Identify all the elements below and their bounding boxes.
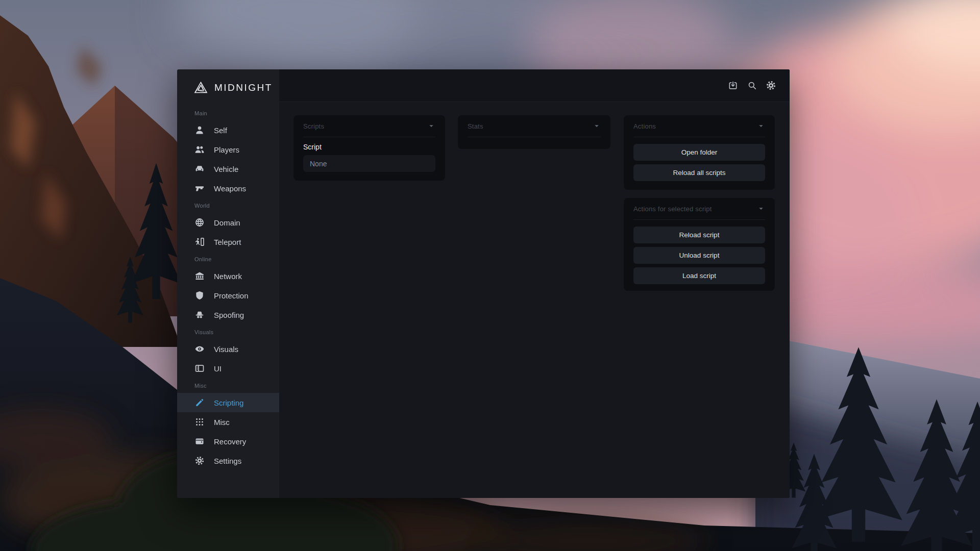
sidebar-item-misc[interactable]: Misc (177, 412, 279, 432)
run-door-icon (194, 237, 205, 247)
sidebar-item-weapons[interactable]: Weapons (177, 179, 279, 198)
divider (633, 137, 765, 137)
sidebar-item-settings[interactable]: Settings (177, 451, 279, 470)
divider (468, 137, 601, 137)
content-area: Scripts Script None Stats Actions (279, 102, 790, 498)
section-label-visuals: Visuals (194, 329, 279, 336)
sidebar-item-network[interactable]: Network (177, 266, 279, 286)
script-select[interactable]: None (303, 155, 435, 172)
save-button[interactable] (727, 80, 739, 91)
section-label-world: World (194, 202, 279, 209)
sidebar-item-teleport[interactable]: Teleport (177, 232, 279, 252)
wallet-icon (194, 436, 205, 446)
selected-script-actions-header[interactable]: Actions for selected script (633, 198, 765, 219)
load-script-button[interactable]: Load script (633, 267, 765, 284)
sidebar-item-label: Teleport (214, 238, 241, 246)
brand: MIDNIGHT (177, 69, 279, 106)
topbar (279, 69, 790, 102)
gun-icon (194, 183, 205, 193)
sidebar-item-label: UI (214, 364, 222, 373)
actions-panel-header[interactable]: Actions (633, 115, 765, 137)
sidebar-item-label: Protection (214, 291, 249, 300)
panel-title: Actions (633, 122, 656, 130)
sidebar-item-label: Recovery (214, 437, 246, 446)
open-folder-button[interactable]: Open folder (633, 144, 765, 161)
sidebar-item-vehicle[interactable]: Vehicle (177, 159, 279, 179)
sidebar-item-label: Weapons (214, 184, 246, 193)
sidebar-item-label: Vehicle (214, 165, 238, 173)
gear-icon (194, 456, 205, 466)
sidebar-item-label: Scripting (214, 398, 243, 407)
save-icon (728, 81, 738, 91)
sidebar-nav: Main Self Players Vehicle Weapons World (177, 106, 279, 498)
scripts-panel-header[interactable]: Scripts (303, 115, 435, 137)
panel-title: Actions for selected script (633, 205, 712, 213)
chevron-down-icon (427, 122, 435, 130)
sidebar-item-label: Visuals (214, 345, 238, 354)
globe-icon (194, 217, 205, 228)
sidebar-item-label: Self (214, 126, 227, 135)
car-icon (194, 164, 205, 174)
reload-script-button[interactable]: Reload script (633, 227, 765, 243)
scripts-panel: Scripts Script None (293, 115, 445, 181)
person-icon (194, 125, 205, 135)
stats-panel-header[interactable]: Stats (468, 115, 601, 137)
sidebar-item-label: Domain (214, 218, 240, 227)
sidebar-item-label: Players (214, 145, 239, 154)
sidebar-item-label: Settings (214, 457, 241, 465)
panel-title: Stats (468, 122, 483, 130)
chevron-down-icon (593, 122, 601, 130)
section-label-misc: Misc (194, 382, 279, 389)
bank-icon (194, 271, 205, 281)
layout-icon (194, 363, 205, 373)
pencil-icon (194, 397, 205, 408)
midnight-window: MIDNIGHT Main Self Players Vehicle Weapo… (177, 69, 790, 498)
settings-button[interactable] (765, 80, 776, 91)
eye-icon (194, 344, 205, 354)
section-label-online: Online (194, 256, 279, 263)
sidebar-item-spoofing[interactable]: Spoofing (177, 305, 279, 324)
sidebar-item-players[interactable]: Players (177, 140, 279, 159)
gear-icon (766, 80, 776, 91)
sidebar-item-label: Misc (214, 418, 230, 427)
midnight-logo-icon (194, 81, 208, 94)
search-icon (747, 81, 757, 90)
sidebar-item-ui[interactable]: UI (177, 359, 279, 378)
reload-all-scripts-button[interactable]: Reload all scripts (633, 164, 765, 181)
script-field-label: Script (303, 143, 435, 151)
panel-title: Scripts (303, 122, 324, 130)
actions-panel: Actions Open folder Reload all scripts (624, 115, 775, 190)
sidebar-item-visuals[interactable]: Visuals (177, 339, 279, 359)
sidebar-item-protection[interactable]: Protection (177, 286, 279, 305)
shield-icon (194, 290, 205, 300)
incognito-icon (194, 310, 205, 320)
script-select-value: None (310, 160, 327, 168)
section-label-main: Main (194, 110, 279, 117)
selected-script-actions-panel: Actions for selected script Reload scrip… (624, 198, 775, 291)
sidebar-item-recovery[interactable]: Recovery (177, 432, 279, 451)
sidebar-item-label: Spoofing (214, 311, 244, 319)
sidebar-item-domain[interactable]: Domain (177, 213, 279, 232)
search-button[interactable] (746, 80, 757, 91)
brand-title: MIDNIGHT (214, 82, 273, 93)
chevron-down-icon (757, 122, 765, 130)
divider (633, 219, 765, 220)
sidebar: MIDNIGHT Main Self Players Vehicle Weapo… (177, 69, 279, 498)
main-area: Scripts Script None Stats Actions (279, 69, 790, 498)
sidebar-item-label: Network (214, 272, 242, 281)
sidebar-item-self[interactable]: Self (177, 120, 279, 140)
grid-dots-icon (194, 417, 205, 427)
divider (303, 137, 435, 137)
people-icon (194, 144, 205, 155)
sidebar-item-scripting[interactable]: Scripting (177, 393, 279, 412)
unload-script-button[interactable]: Unload script (633, 247, 765, 264)
stats-panel: Stats (458, 115, 610, 149)
chevron-down-icon (757, 205, 765, 213)
